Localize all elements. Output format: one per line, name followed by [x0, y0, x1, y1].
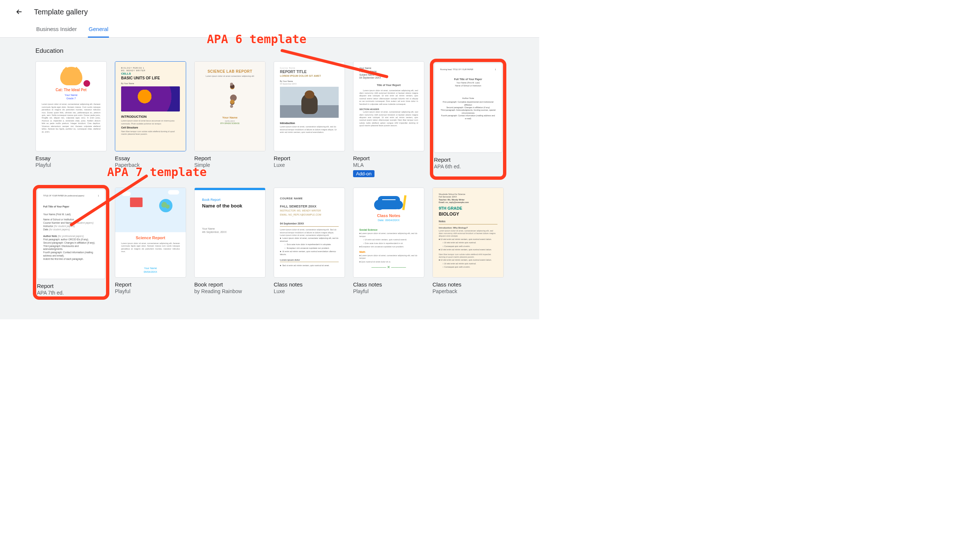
thumb-section: INTRODUCTION	[121, 114, 180, 119]
thumb-course: Course Number and Name	[43, 221, 72, 224]
notebook-icon	[378, 196, 400, 209]
thumb-instructor: Instructor	[43, 225, 53, 228]
thumb-heading: FALL SEMESTER 20XX	[280, 204, 339, 209]
thumb-page: 1	[98, 195, 99, 197]
thumb-name: Your Name	[144, 267, 157, 269]
thumb-byline: By Your Name	[280, 80, 339, 83]
thumb-meta: DATE 20XX	[225, 120, 235, 123]
thumb-author-note: Author Note	[440, 97, 496, 100]
thumb-heading: REPORT TITLE	[280, 70, 339, 74]
thumb-date: Date: 09/04/20XX	[359, 218, 418, 222]
thumb-intro: Introduction: Why Biology?	[439, 226, 498, 229]
thumb-section: Social Science	[359, 228, 418, 231]
thumb-line: Your Name	[359, 67, 418, 70]
thumb-para: Third paragraph: Acknowledgments, fundin…	[440, 109, 496, 114]
template-essay-paperback[interactable]: BIOLOGY PERIOD 1MS. WENDY WRITER CELLS B…	[115, 61, 186, 177]
thumb-para: Fourth paragraph: Contact information (m…	[43, 251, 99, 258]
template-subtitle: APA 6th ed.	[434, 163, 502, 169]
thumb-heading: SCIENCE LAB REPORT	[208, 69, 252, 74]
thumb-page: 1	[495, 68, 496, 71]
thumb-note: Lorem ipsum dolor	[280, 258, 339, 261]
thumb-pre: COURSE NAME	[280, 197, 339, 201]
thumb-line: Fall Semester 20XX	[439, 196, 498, 198]
thumb-para: Indent the first line of each paragraph.	[43, 258, 99, 261]
template-report-mla[interactable]: Your Name Professor Name Subject Name 04…	[353, 61, 424, 177]
thumb-heading: BASIC UNITS OF LIFE	[121, 76, 180, 81]
template-report-apa7[interactable]: TITLE OF YOUR PAPER (for professional pa…	[35, 188, 107, 297]
thumb-subheading: LOREM IPSUM DOLOR SIT AMET	[280, 74, 339, 78]
template-report-apa6[interactable]: Running head: TITLE OF YOUR PAPER 1 Full…	[433, 61, 504, 177]
thumb-line: Woodside School for Science	[439, 193, 498, 196]
template-title: Report	[353, 155, 424, 161]
template-title: Report	[194, 155, 265, 161]
template-subtitle: Simple	[194, 162, 265, 168]
thumb-note: (for professional papers)	[64, 195, 84, 197]
thumb-line: 04 September 20XX	[359, 76, 418, 80]
thumb-grade: Grade 7	[67, 97, 76, 100]
page-title: Template gallery	[34, 8, 88, 16]
template-classnotes-luxe[interactable]: COURSE NAME FALL SEMESTER 20XX INSTRUCTO…	[274, 188, 345, 297]
globe-icon	[159, 199, 173, 212]
thumb-name: Your Name	[222, 116, 238, 120]
thumb-email: EMAIL: NO_REPLY@EXAMPLE.COM	[280, 214, 339, 217]
thumb-teacher: INSTRUCTOR: MS. WENDY WRITER	[280, 209, 339, 213]
thumb-school: Name of School or Institution	[43, 218, 99, 221]
pencil-icon	[402, 195, 407, 210]
template-title: Class notes	[433, 281, 504, 288]
thumb-meta2: 9TH GRADE SCIENCE	[220, 122, 240, 125]
thumb-author: Your Name (First M. Last)	[440, 82, 496, 84]
template-title: Report	[274, 155, 345, 161]
template-subtitle: by Reading Rainbow	[194, 288, 265, 294]
thumb-heading: Name of the book	[202, 202, 258, 209]
thumb-grade: 9TH GRADE	[439, 206, 498, 211]
thumb-teacher: MS. WENDY WRITER	[121, 70, 146, 72]
thumb-para: First paragraph: author ORCID iDs (if an…	[43, 238, 99, 241]
thumb-name: Your Name	[202, 227, 258, 230]
template-grid: Cat: The Ideal Pet Your Name Grade 7 Lor…	[35, 61, 504, 297]
thumb-pre: Course Name	[280, 67, 339, 70]
thumb-section2: Cell Structure	[121, 126, 180, 129]
template-subtitle: Luxe	[274, 162, 345, 168]
template-subtitle: Playful	[35, 162, 107, 168]
thumb-para: First paragraph: Complete departmental a…	[440, 101, 496, 106]
template-title: Report	[115, 281, 186, 288]
template-classnotes-paperback[interactable]: Woodside School for Science Fall Semeste…	[433, 188, 504, 297]
thumb-section2: Math	[359, 250, 418, 254]
template-subtitle: Paperback	[433, 288, 504, 294]
section-title-education: Education	[35, 47, 504, 55]
template-report-simple[interactable]: SCIENCE LAB REPORT Lorem ipsum dolor sit…	[194, 61, 265, 177]
person-photo-icon	[280, 87, 339, 118]
thumb-date: 4th September, 20XX	[202, 230, 258, 234]
template-report-playful[interactable]: Science Report Lorem ipsum dolor sit ame…	[115, 188, 186, 297]
thumb-para: Fourth paragraph: Contact information (m…	[440, 114, 496, 120]
thumb-course: BIOLOGY PERIOD 1	[121, 67, 144, 69]
thumb-notes-label: Notes	[439, 220, 498, 223]
template-title: Report	[37, 283, 105, 289]
thumb-school: Name of School or Institution	[440, 85, 496, 87]
thumb-line: Teacher: Ms. Wendy Writer	[439, 199, 498, 201]
thumb-subhead: CELLS	[121, 72, 180, 76]
thumb-para: Second paragraph: Changes in affiliation…	[440, 106, 496, 109]
thumb-running-head: TITLE OF YOUR PAPER	[43, 195, 64, 197]
thumb-heading: Full Title of Your Paper	[440, 78, 496, 81]
template-title: Class notes	[274, 281, 345, 288]
template-report-luxe[interactable]: Course Name REPORT TITLE LOREM IPSUM DOL…	[274, 61, 345, 177]
template-subtitle: Luxe	[274, 288, 345, 294]
template-book-report[interactable]: Book Report Name of the book Your Name 4…	[194, 188, 265, 297]
thumb-date: 09/04/20XX	[144, 271, 157, 273]
template-essay-playful[interactable]: Cat: The Ideal Pet Your Name Grade 7 Lor…	[35, 61, 107, 177]
thumb-date: 04 September 20XX	[280, 222, 339, 225]
thumb-heading: Cat: The Ideal Pet	[56, 87, 87, 93]
template-subtitle: Paperback	[115, 162, 186, 168]
tab-general[interactable]: General	[88, 22, 109, 38]
template-title: Essay	[115, 155, 186, 161]
arrow-left-icon	[15, 8, 23, 16]
back-button[interactable]	[15, 7, 24, 16]
tabs: Business Insider General	[0, 22, 539, 38]
template-subtitle: Playful	[353, 288, 424, 294]
book-icon	[130, 198, 143, 207]
thumb-pre: Book Report	[202, 198, 258, 202]
thumb-heading: Class Notes	[359, 213, 418, 218]
template-classnotes-playful[interactable]: Class Notes Date: 09/04/20XX Social Scie…	[353, 188, 424, 297]
tab-business-insider[interactable]: Business Insider	[35, 22, 78, 38]
